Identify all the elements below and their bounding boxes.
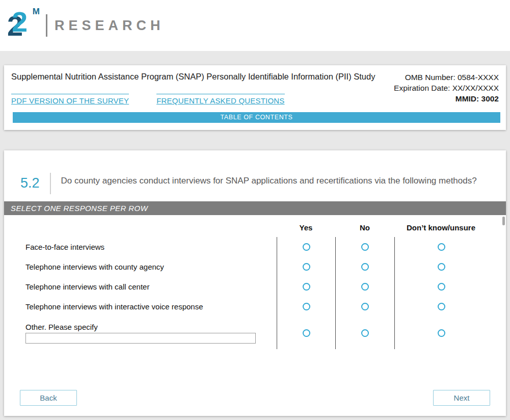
radio-cell	[394, 277, 506, 297]
column-spacer	[4, 223, 277, 237]
logo-m: M	[33, 7, 40, 17]
response-matrix: Yes No Don’t know/unsure Face-to-face in…	[4, 223, 506, 349]
radio-cell	[394, 317, 506, 349]
logo-divider	[46, 14, 47, 37]
logo-wordmark: RESEARCH	[55, 18, 165, 34]
row-label: Face-to-face interviews	[4, 243, 277, 251]
radio-cell	[394, 237, 506, 257]
row-label: Telephone interviews with interactive vo…	[4, 302, 277, 311]
radio-row2-no[interactable]	[361, 283, 369, 291]
expiration-date: Expiration Date: XX/XX/XXXX	[394, 83, 499, 93]
row-label-cell: Telephone interviews with interactive vo…	[4, 302, 277, 311]
radio-row1-dont-know-unsure[interactable]	[438, 263, 445, 271]
column-header-dont-know: Don’t know/unsure	[394, 223, 506, 237]
matrix-row: Face-to-face interviews	[4, 237, 506, 257]
scrollbar-thumb[interactable]	[502, 217, 505, 225]
survey-header-card: Supplemental Nutrition Assistance Progra…	[4, 65, 506, 130]
row-label: Telephone interviews with call center	[4, 282, 277, 291]
radio-row2-dont-know-unsure[interactable]	[438, 283, 445, 291]
column-header-yes: Yes	[277, 223, 335, 237]
instruction-bar: SELECT ONE RESPONSE PER ROW	[4, 201, 506, 215]
survey-page: 2 2 M RESEARCH Supplemental Nutrition As…	[0, 0, 510, 420]
table-of-contents-button[interactable]: TABLE OF CONTENTS	[13, 112, 500, 123]
question-text: Do county agencies conduct interviews fo…	[61, 173, 477, 194]
matrix-row: Telephone interviews with interactive vo…	[4, 297, 506, 317]
back-button[interactable]: Back	[20, 390, 77, 406]
matrix-row: Other. Please specify	[4, 317, 506, 349]
radio-cell	[335, 317, 394, 349]
radio-row3-yes[interactable]	[303, 303, 310, 310]
study-title: Supplemental Nutrition Assistance Progra…	[11, 72, 375, 82]
omb-block: OMB Number: 0584-XXXX Expiration Date: X…	[394, 72, 502, 105]
radio-row0-yes[interactable]	[303, 243, 310, 251]
radio-cell	[277, 317, 335, 349]
radio-cell	[394, 257, 506, 277]
header-row: Supplemental Nutrition Assistance Progra…	[11, 72, 502, 105]
radio-cell	[335, 237, 394, 257]
instruction-text: SELECT ONE RESPONSE PER ROW	[11, 204, 148, 213]
radio-row4-yes[interactable]	[303, 329, 310, 337]
faq-link[interactable]: FREQUENTLY ASKED QUESTIONS	[156, 94, 284, 105]
radio-row1-no[interactable]	[361, 263, 369, 271]
radio-cell	[335, 297, 394, 317]
radio-cell	[277, 237, 335, 257]
other-specify-input[interactable]	[25, 333, 256, 344]
row-label: Other. Please specify	[25, 323, 277, 331]
radio-row4-dont-know-unsure[interactable]	[438, 329, 445, 337]
matrix-header: Yes No Don’t know/unsure	[4, 223, 506, 237]
next-button[interactable]: Next	[433, 390, 490, 406]
radio-row4-no[interactable]	[361, 329, 369, 337]
radio-row3-dont-know-unsure[interactable]	[438, 303, 445, 310]
radio-cell	[335, 257, 394, 277]
radio-cell	[277, 277, 335, 297]
2m-research-logo: 2 2 M RESEARCH	[7, 7, 165, 44]
navigation-row: Back Next	[4, 390, 506, 416]
radio-row1-yes[interactable]	[303, 263, 310, 271]
omb-number: OMB Number: 0584-XXXX	[394, 72, 499, 83]
radio-row0-no[interactable]	[361, 243, 369, 251]
row-label-cell: Face-to-face interviews	[4, 243, 277, 251]
logo-2: 2	[12, 8, 28, 36]
radio-row3-no[interactable]	[361, 303, 369, 310]
column-header-no: No	[335, 223, 394, 237]
header-left-column: Supplemental Nutrition Assistance Progra…	[11, 72, 375, 105]
radio-cell	[277, 257, 335, 277]
question-card: 5.2 Do county agencies conduct interview…	[4, 150, 506, 416]
matrix-row: Telephone interviews with call center	[4, 277, 506, 297]
matrix-body: Face-to-face interviewsTelephone intervi…	[4, 237, 506, 349]
question-header: 5.2 Do county agencies conduct interview…	[4, 150, 506, 194]
mmid: MMID: 3002	[394, 93, 499, 104]
radio-cell	[335, 277, 394, 297]
row-label-cell: Telephone interviews with call center	[4, 282, 277, 291]
header-links: PDF VERSION OF THE SURVEY FREQUENTLY ASK…	[11, 94, 375, 105]
question-number: 5.2	[20, 173, 51, 194]
radio-row2-yes[interactable]	[303, 283, 310, 291]
row-label-cell: Other. Please specify	[4, 323, 277, 344]
site-header: 2 2 M RESEARCH	[0, 0, 510, 51]
radio-row0-dont-know-unsure[interactable]	[438, 243, 445, 251]
matrix-row: Telephone interviews with county agency	[4, 257, 506, 277]
row-label-cell: Telephone interviews with county agency	[4, 262, 277, 271]
row-label: Telephone interviews with county agency	[4, 262, 277, 271]
logo-2m-mark: 2 2 M	[7, 7, 41, 44]
radio-cell	[394, 297, 506, 317]
pdf-version-link[interactable]: PDF VERSION OF THE SURVEY	[11, 94, 129, 105]
radio-cell	[277, 297, 335, 317]
